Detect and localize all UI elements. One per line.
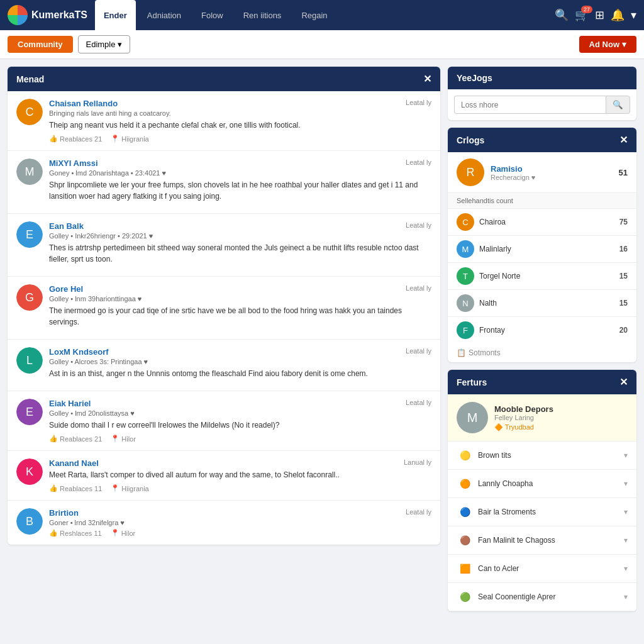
feature-icon: 🟧 (457, 560, 473, 577)
nav-tab-reniitions[interactable]: Ren iitions (235, 0, 291, 30)
menad-panel-title: Menad (16, 74, 44, 84)
badge-text: Tryudbad (505, 423, 534, 431)
action-icon: 📍 (111, 484, 119, 492)
search-icon[interactable]: 🔍 (555, 8, 569, 22)
top-nav: KumerkaTS Ender Adniation Folow Ren iiti… (0, 0, 644, 30)
action-label: Reshlaces 11 (60, 530, 102, 537)
action-label: Hiigrania (121, 485, 148, 492)
avatar-initial: B (16, 508, 43, 535)
menad-close-icon[interactable]: ✕ (423, 73, 431, 85)
community-button[interactable]: Community (8, 36, 73, 53)
feature-label: Bair la Stroments (478, 508, 619, 516)
post-content: Gore Hel Leatal ly Golley • lnm 39harion… (49, 284, 431, 331)
post-text: Ast in is an thist, anger n the Unnnis o… (49, 368, 431, 379)
feature-icon: 🟠 (457, 475, 473, 492)
nav-tab-ender[interactable]: Ender (95, 0, 136, 30)
feature-list-item[interactable]: 🟧 Can to Acler ▾ (448, 555, 636, 583)
ad-now-button[interactable]: Ad Now ▾ (579, 36, 636, 53)
post-content: LoxM Kndseorf Leatal ly Golley • Alcroes… (49, 347, 431, 383)
example-button[interactable]: Edimple ▾ (78, 35, 131, 53)
post-meta: Goney • lmd 20narishtaga • 23:4021 ♥ (49, 169, 431, 177)
grid-icon[interactable]: ⊞ (595, 8, 604, 22)
clogs-list-item[interactable]: M Malinlarly 16 (448, 236, 636, 263)
features-close-icon[interactable]: ✕ (619, 376, 628, 388)
clogs-item-avatar: F (457, 321, 474, 339)
clogs-title: Crlogs (457, 135, 484, 145)
feature-label: Seal Coonentigle Aprer (478, 592, 619, 601)
cart-icon[interactable]: 🛒27 (575, 8, 589, 22)
ad-now-label: Ad Now (589, 40, 619, 49)
feature-list-item[interactable]: 🟢 Seal Coonentigle Aprer ▾ (448, 583, 636, 611)
post-text: Shpr linpcomliete we ler your free fumps… (49, 179, 431, 202)
post-action[interactable]: 👍 Reablaces 21 (49, 135, 102, 143)
right-panel: YeeJogs 🔍 Crlogs ✕ R Ramisio Recheracign… (448, 67, 636, 619)
post-action[interactable]: 👍 Reablaces 21 (49, 435, 102, 443)
clogs-featured-user: R Ramisio Recheracign ♥ 51 (448, 152, 636, 193)
post-meta: Golley • lnm 39harionttingaa ♥ (49, 295, 431, 303)
feature-icon: 🟢 (457, 589, 473, 605)
post-item: C Chaisan Rellando Leatal ly Bringing ri… (8, 91, 440, 151)
clogs-item-name: Nalth (479, 299, 614, 308)
post-action[interactable]: 👍 Reshlaces 11 (49, 529, 102, 537)
post-avatar: E (16, 399, 43, 425)
clogs-featured-count: 51 (619, 168, 628, 177)
clogs-list-item[interactable]: T Torgel Norte 15 (448, 263, 636, 290)
post-header-row: Eiak Hariel Leatal ly (49, 399, 431, 408)
clogs-close-icon[interactable]: ✕ (619, 134, 628, 146)
post-time: Leatal ly (406, 99, 431, 106)
clogs-footer: 📋 Sotmonts (448, 343, 636, 362)
featured-user-info: Mooble Depors Felley Laring 🔶 Tryudbad (494, 404, 553, 431)
featured-user-card: M Mooble Depors Felley Laring 🔶 Tryudbad (448, 394, 636, 441)
feature-list-item[interactable]: 🔵 Bair la Stroments ▾ (448, 498, 636, 526)
post-text: Theip ang neant vus held it a pechante c… (49, 119, 431, 131)
clogs-list-item[interactable]: F Frontay 20 (448, 317, 636, 343)
nav-tab-adniation[interactable]: Adniation (138, 0, 190, 30)
post-meta: Golley • Inkr26hriengr • 29:2021 ♥ (49, 232, 431, 240)
feature-list-item[interactable]: 🟠 Lannly Choapha ▾ (448, 470, 636, 498)
post-author: Kanand Nael (49, 458, 99, 468)
post-action[interactable]: 📍 Hiigrania (111, 135, 148, 143)
features-panel: Ferturs ✕ M Mooble Depors Felley Laring … (448, 370, 636, 611)
action-label: Hiigrania (121, 135, 148, 143)
post-action[interactable]: 📍 Hiigrania (111, 484, 148, 492)
post-header-row: Brirtion Leatal ly (49, 508, 431, 518)
post-meta: Golley • lmd 20nolisttaysa ♥ (49, 409, 431, 417)
post-actions: 👍 Reablaces 21 📍 Hiigrania (49, 135, 431, 143)
post-action[interactable]: 📍 Hilor (111, 435, 136, 443)
post-author: Gore Hel (49, 284, 83, 294)
nav-tab-regain[interactable]: Regain (292, 0, 336, 30)
cart-badge: 27 (581, 6, 592, 13)
chevron-down-icon[interactable]: ▾ (631, 8, 636, 22)
clogs-featured-name: Ramisio (491, 164, 535, 174)
clogs-item-avatar: N (457, 294, 474, 312)
clogs-list-item[interactable]: C Chairoa 75 (448, 209, 636, 236)
ad-now-chevron-icon: ▾ (622, 40, 626, 49)
clogs-panel: Crlogs ✕ R Ramisio Recheracign ♥ 51 Sell… (448, 128, 636, 362)
post-action[interactable]: 👍 Reablaces 11 (49, 484, 102, 492)
avatar-initial: C (16, 99, 43, 125)
action-label: Reablaces 21 (60, 435, 102, 443)
avatar-initial: K (16, 458, 43, 485)
action-label: Hilor (121, 435, 136, 443)
post-text: The inermoed go is your cad tiqe of ine … (49, 305, 431, 328)
nav-tab-folow[interactable]: Folow (192, 0, 232, 30)
bell-icon[interactable]: 🔔 (611, 8, 625, 22)
yeejogs-search-input[interactable] (454, 96, 606, 114)
post-time: Lanual ly (404, 458, 431, 466)
clogs-item-avatar: M (457, 240, 474, 258)
main-layout: Menad ✕ C Chaisan Rellando Leatal ly Bri… (0, 59, 644, 626)
post-action[interactable]: 📍 Hilor (111, 529, 136, 537)
clogs-featured-sub: Recheracign ♥ (491, 174, 535, 181)
feature-list-item[interactable]: 🟤 Fan Malinit te Chagoss ▾ (448, 526, 636, 555)
yeejogs-search-button[interactable]: 🔍 (606, 96, 630, 114)
action-label: Reablaces 11 (60, 485, 102, 492)
example-label: Edimple (86, 40, 116, 49)
clogs-item-count: 75 (619, 218, 628, 226)
feature-icon: 🟤 (457, 532, 473, 548)
clogs-list-item[interactable]: N Nalth 15 (448, 290, 636, 317)
post-item: G Gore Hel Leatal ly Golley • lnm 39hari… (8, 277, 440, 340)
post-header-row: LoxM Kndseorf Leatal ly (49, 347, 431, 357)
post-text: Meet Rarta, llars't comper to dived all … (49, 469, 431, 480)
feature-list-item[interactable]: 🟡 Brown tits ▾ (448, 441, 636, 470)
post-avatar: K (16, 458, 43, 485)
